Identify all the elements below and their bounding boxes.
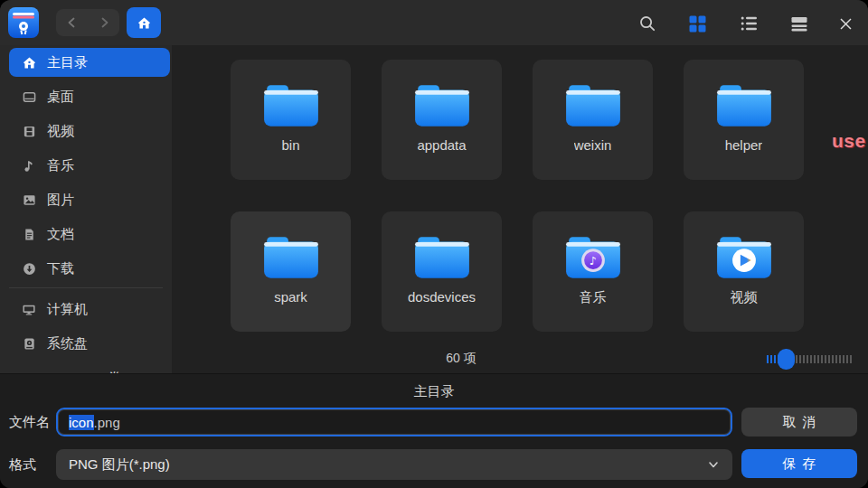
sidebar-item-downloads[interactable]: 下载 <box>9 254 170 283</box>
music-folder-icon: ♪ <box>563 233 623 282</box>
folder-icon <box>261 233 321 282</box>
detail-view-button[interactable] <box>788 13 810 34</box>
folder-tile-dosdevices[interactable]: dosdevices <box>382 211 502 332</box>
folder-icon <box>714 81 774 130</box>
folder-icon <box>261 81 321 130</box>
format-select[interactable]: PNG 图片(*.png) <box>56 449 732 480</box>
folder-tile-weixin[interactable]: weixin <box>533 60 653 180</box>
save-panel: 主目录 文件名 icon.png 取消 格式 PNG 图片(*.png) 保存 <box>0 373 868 488</box>
folder-name: bin <box>281 137 299 153</box>
folder-name: appdata <box>417 137 466 153</box>
folder-name: dosdevices <box>408 289 476 305</box>
filename-input[interactable]: icon.png <box>56 408 732 436</box>
sidebar-item-label: 视频 <box>47 123 74 140</box>
pictures-icon <box>22 192 36 207</box>
title-bar <box>0 0 868 45</box>
grid-view-button[interactable] <box>686 13 708 34</box>
folder-tile-helper[interactable]: helper <box>684 60 804 180</box>
sidebar-item-desktop[interactable]: 桌面 <box>9 82 170 111</box>
system-disk-icon <box>22 336 36 351</box>
svg-text:♪: ♪ <box>590 255 597 267</box>
folder-name: 音乐 <box>580 289 607 306</box>
videos-icon <box>22 124 36 138</box>
format-label: 格式 <box>9 456 36 474</box>
filename-extension-text: .png <box>94 415 120 430</box>
filename-selected-text: icon <box>69 415 94 430</box>
folder-tile-bin[interactable]: bin <box>231 60 351 180</box>
file-save-dialog-window: 主目录 桌面 视频 音乐 图片 文档 下载 计算机 <box>0 0 868 488</box>
save-button[interactable]: 保存 <box>741 449 857 478</box>
list-view-icon <box>741 15 758 32</box>
icon-size-slider[interactable] <box>765 347 855 371</box>
sidebar-item-computer[interactable]: 计算机 <box>9 295 170 324</box>
grid-view-icon <box>689 15 706 33</box>
folder-name: weixin <box>574 137 612 153</box>
sidebar-separator <box>9 287 163 288</box>
file-grid-area: bin appdata weixin helper spark dosdevic… <box>172 45 868 373</box>
sidebar-item-music[interactable]: 音乐 <box>9 151 170 180</box>
item-count-label: 60 项 <box>398 351 524 367</box>
sidebar-item-label: 音乐 <box>47 157 74 174</box>
file-manager-app-icon <box>7 6 40 39</box>
desktop-icon <box>22 89 36 104</box>
sidebar-item-documents[interactable]: 文档 <box>9 220 170 249</box>
format-selected-value: PNG 图片(*.png) <box>69 456 170 474</box>
home-icon <box>137 16 151 30</box>
folder-icon <box>563 81 623 130</box>
folder-name: helper <box>725 137 763 153</box>
cancel-button[interactable]: 取消 <box>741 408 857 436</box>
video-folder-icon <box>714 233 774 282</box>
slider-ticks-rest <box>796 355 853 363</box>
folder-tile-appdata[interactable]: appdata <box>382 60 502 180</box>
documents-icon <box>22 227 36 241</box>
folder-tile-videos[interactable]: 视频 <box>684 211 804 332</box>
sidebar-item-label: 文档 <box>47 226 74 243</box>
sidebar-item-label: 桌面 <box>47 89 74 106</box>
sidebar-item-videos[interactable]: 视频 <box>9 117 170 145</box>
folder-name: spark <box>274 289 307 305</box>
folder-icon <box>412 233 472 282</box>
music-icon <box>22 158 36 173</box>
sidebar-item-system-disk[interactable]: 系统盘 <box>9 329 170 358</box>
close-button[interactable] <box>835 13 856 34</box>
downloads-icon <box>22 261 36 276</box>
sidebar-item-pictures[interactable]: 图片 <box>9 185 170 214</box>
chevron-down-icon <box>707 458 720 471</box>
sidebar-item-label: 主目录 <box>47 54 88 71</box>
search-button[interactable] <box>637 13 658 34</box>
sidebar-item-volume[interactable]: 157.0 GB 卷 <box>9 363 170 373</box>
folder-tile-music[interactable]: ♪ 音乐 <box>533 211 653 332</box>
folder-name: 视频 <box>731 289 758 306</box>
sidebar: 主目录 桌面 视频 音乐 图片 文档 下载 计算机 <box>0 45 172 373</box>
sidebar-item-label: 下载 <box>47 260 74 277</box>
computer-icon <box>22 302 36 316</box>
list-view-button[interactable] <box>738 13 760 34</box>
sidebar-item-home[interactable]: 主目录 <box>9 48 170 77</box>
navigation-group <box>56 9 119 36</box>
forward-button[interactable] <box>91 10 117 35</box>
clipped-red-label: use <box>832 130 868 152</box>
home-button[interactable] <box>127 7 161 38</box>
sidebar-item-label: 图片 <box>47 192 74 209</box>
back-button[interactable] <box>60 10 85 35</box>
sidebar-item-label: 系统盘 <box>47 335 88 352</box>
detail-view-icon <box>791 16 807 32</box>
search-icon <box>638 14 656 33</box>
home-icon <box>22 55 36 70</box>
filename-label: 文件名 <box>9 414 50 431</box>
folder-tile-spark[interactable]: spark <box>231 211 351 332</box>
close-icon <box>838 16 854 32</box>
folder-icon <box>412 81 472 130</box>
sidebar-item-label: 计算机 <box>47 301 88 318</box>
slider-handle[interactable] <box>778 349 795 370</box>
current-location-title: 主目录 <box>0 383 868 400</box>
